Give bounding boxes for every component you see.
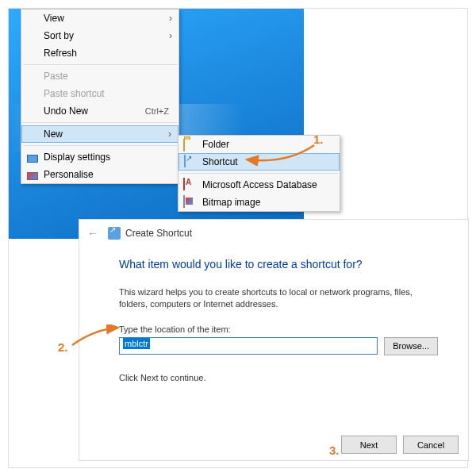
wizard-hint: Click Next to continue. xyxy=(119,373,438,382)
chevron-right-icon: › xyxy=(169,30,172,41)
menu-separator xyxy=(23,64,177,65)
location-input[interactable]: mblctr xyxy=(119,337,378,355)
menu-new[interactable]: New › xyxy=(21,125,178,143)
menu-label: Paste shortcut xyxy=(44,88,105,99)
menu-view[interactable]: View › xyxy=(21,10,178,27)
chevron-right-icon: › xyxy=(168,129,171,140)
submenu-label: Shortcut xyxy=(202,156,238,167)
submenu-access[interactable]: Microsoft Access Database xyxy=(178,176,340,194)
wizard-description: This wizard helps you to create shortcut… xyxy=(119,286,438,310)
folder-icon xyxy=(183,138,196,151)
menu-separator xyxy=(23,122,177,123)
menu-label: Paste xyxy=(44,71,68,82)
submenu-label: Bitmap image xyxy=(202,197,260,208)
menu-label: Sort by xyxy=(44,30,74,41)
menu-paste: Paste xyxy=(21,67,178,85)
desktop-context-menu: View › Sort by › Refresh Paste Paste sho… xyxy=(21,9,179,184)
menu-label: Undo New xyxy=(44,106,88,117)
annotation-step3: 3. xyxy=(329,443,340,457)
menu-personalise[interactable]: Personalise xyxy=(21,166,178,183)
menu-paste-shortcut: Paste shortcut xyxy=(21,85,178,102)
shortcut-icon xyxy=(184,155,197,168)
menu-label: Refresh xyxy=(44,48,77,59)
access-icon xyxy=(183,178,196,191)
menu-label: New xyxy=(44,129,63,140)
menu-refresh[interactable]: Refresh xyxy=(21,44,178,62)
menu-separator xyxy=(23,145,177,146)
cancel-button[interactable]: Cancel xyxy=(403,436,459,454)
display-icon xyxy=(26,151,39,163)
menu-sort-by[interactable]: Sort by › xyxy=(21,27,178,44)
menu-separator xyxy=(180,173,338,174)
menu-undo-new[interactable]: Undo New Ctrl+Z xyxy=(21,102,178,120)
chevron-right-icon: › xyxy=(169,13,172,24)
back-arrow-icon[interactable]: ← xyxy=(87,227,98,240)
submenu-label: Folder xyxy=(202,139,229,150)
menu-label: Personalise xyxy=(44,169,94,180)
menu-label: View xyxy=(44,13,64,24)
location-label: Type the location of the item: xyxy=(119,324,438,334)
menu-label: Display settings xyxy=(44,152,110,163)
annotation-arrow-icon xyxy=(239,142,318,166)
shortcut-icon xyxy=(108,227,121,240)
browse-button[interactable]: Browse... xyxy=(384,337,438,355)
menu-shortcut: Ctrl+Z xyxy=(145,106,169,116)
bitmap-icon xyxy=(183,196,196,209)
annotation-arrow-icon xyxy=(71,324,126,348)
create-shortcut-wizard: ← Create Shortcut What item would you li… xyxy=(79,219,469,461)
wizard-title: What item would you like to create a sho… xyxy=(119,258,438,271)
menu-display-settings[interactable]: Display settings xyxy=(21,148,178,166)
next-button[interactable]: Next xyxy=(341,436,397,454)
wizard-header: ← Create Shortcut xyxy=(79,220,468,247)
location-input-value: mblctr xyxy=(123,338,150,349)
wizard-header-title: Create Shortcut xyxy=(125,228,192,239)
annotation-step2: 2. xyxy=(58,340,68,354)
submenu-label: Microsoft Access Database xyxy=(202,179,317,190)
submenu-bitmap[interactable]: Bitmap image xyxy=(178,194,340,211)
personalise-icon xyxy=(26,168,39,181)
